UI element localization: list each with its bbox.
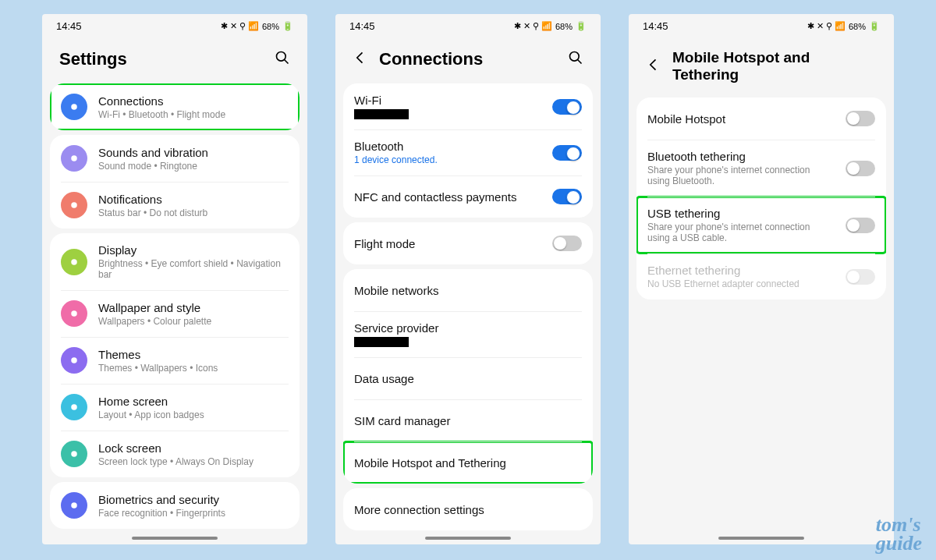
redacted-text xyxy=(354,109,409,119)
item-title: Service provider xyxy=(354,321,582,335)
connection-item-data-usage[interactable]: Data usage xyxy=(343,357,593,399)
category-icon xyxy=(61,192,87,218)
svg-point-9 xyxy=(71,451,77,457)
search-icon[interactable] xyxy=(568,50,583,69)
svg-point-0 xyxy=(277,52,286,62)
phone-settings: 14:45 ✱ ✕ ⚲ 📶 68%🔋 Settings ConnectionsW… xyxy=(42,14,307,544)
status-icons: ✱ ✕ ⚲ 📶 68%🔋 xyxy=(807,21,880,31)
home-indicator[interactable] xyxy=(425,537,511,540)
settings-item-wallpaper-and-style[interactable]: Wallpaper and styleWallpapers • Colour p… xyxy=(50,290,300,337)
svg-line-1 xyxy=(285,60,289,64)
connection-item-more-connection-settings[interactable]: More connection settings xyxy=(343,488,593,530)
item-title: Mobile networks xyxy=(354,284,582,297)
category-icon xyxy=(61,145,87,172)
item-subtitle: Layout • App icon badges xyxy=(98,409,289,420)
status-bar: 14:45 ✱ ✕ ⚲ 📶 68%🔋 xyxy=(629,14,894,35)
item-title: Notifications xyxy=(98,193,289,206)
item-subtitle: Wallpapers • Colour palette xyxy=(98,316,289,327)
home-indicator[interactable] xyxy=(132,537,218,540)
toggle[interactable] xyxy=(552,189,582,204)
search-icon[interactable] xyxy=(275,50,290,69)
header: Settings xyxy=(42,35,307,79)
settings-item-lock-screen[interactable]: Lock screenScreen lock type • Always On … xyxy=(50,431,300,477)
toggle[interactable] xyxy=(846,218,875,233)
connection-item-flight-mode[interactable]: Flight mode xyxy=(343,222,593,264)
item-subtitle: Sound mode • Ringtone xyxy=(98,161,289,172)
settings-item-home-screen[interactable]: Home screenLayout • App icon badges xyxy=(50,384,300,431)
connections-list: Wi-FiBluetooth1 device connected.NFC and… xyxy=(335,79,601,535)
toggle[interactable] xyxy=(552,99,582,115)
connection-item-wi-fi[interactable]: Wi-Fi xyxy=(343,83,593,129)
header: Connections xyxy=(335,35,601,79)
home-indicator[interactable] xyxy=(718,537,804,540)
toggle xyxy=(846,269,875,285)
back-button[interactable] xyxy=(646,57,661,76)
item-subtitle: Status bar • Do not disturb xyxy=(98,207,289,218)
watermark: tom's guide xyxy=(876,516,922,552)
item-title: Home screen xyxy=(98,395,289,408)
connection-item-mobile-networks[interactable]: Mobile networks xyxy=(343,269,593,311)
item-title: NFC and contactless payments xyxy=(354,190,541,204)
page-title: Settings xyxy=(59,49,264,69)
svg-point-4 xyxy=(71,202,77,208)
back-button[interactable] xyxy=(353,50,368,69)
tethering-item-bluetooth-tethering[interactable]: Bluetooth tetheringShare your phone's in… xyxy=(636,140,886,197)
category-icon xyxy=(61,492,87,519)
category-icon xyxy=(61,347,87,374)
redacted-text xyxy=(354,337,409,347)
status-icons: ✱ ✕ ⚲ 📶 68%🔋 xyxy=(514,21,587,31)
settings-item-notifications[interactable]: NotificationsStatus bar • Do not disturb xyxy=(50,182,300,229)
status-icons: ✱ ✕ ⚲ 📶 68%🔋 xyxy=(221,21,293,31)
header: Mobile Hotspot and Tethering xyxy=(629,35,894,93)
connection-item-service-provider[interactable]: Service provider xyxy=(343,311,593,357)
item-subtitle: Screen lock type • Always On Display xyxy=(98,456,289,467)
svg-point-3 xyxy=(71,155,77,161)
item-title: Sounds and vibration xyxy=(98,146,289,159)
category-icon xyxy=(61,441,87,467)
connection-item-nfc-and-contactless-payments[interactable]: NFC and contactless payments xyxy=(343,175,593,218)
connection-item-bluetooth[interactable]: Bluetooth1 device connected. xyxy=(343,129,593,175)
connection-item-mobile-hotspot-and-tethering[interactable]: Mobile Hotspot and Tethering xyxy=(343,441,593,484)
svg-point-5 xyxy=(71,259,77,265)
settings-item-display[interactable]: DisplayBrightness • Eye comfort shield •… xyxy=(50,233,300,290)
category-icon xyxy=(61,94,87,120)
item-title: SIM card manager xyxy=(354,414,582,427)
category-icon xyxy=(61,300,87,327)
connection-item-sim-card-manager[interactable]: SIM card manager xyxy=(343,399,593,441)
page-title: Mobile Hotspot and Tethering xyxy=(672,49,877,83)
tethering-list: Mobile HotspotBluetooth tetheringShare y… xyxy=(636,97,886,299)
status-bar: 14:45 ✱ ✕ ⚲ 📶 68%🔋 xyxy=(335,14,601,35)
settings-list: ConnectionsWi-Fi • Bluetooth • Flight mo… xyxy=(42,79,307,533)
phone-connections: 14:45 ✱ ✕ ⚲ 📶 68%🔋 Connections Wi-FiBlue… xyxy=(335,14,601,544)
toggle[interactable] xyxy=(846,161,875,176)
item-title: Data usage xyxy=(354,372,582,385)
item-title: Wi-Fi xyxy=(354,94,541,107)
settings-item-connections[interactable]: ConnectionsWi-Fi • Bluetooth • Flight mo… xyxy=(50,83,300,130)
item-title: Mobile Hotspot xyxy=(647,112,835,126)
svg-point-11 xyxy=(570,52,580,62)
settings-item-sounds-and-vibration[interactable]: Sounds and vibrationSound mode • Rington… xyxy=(50,135,300,182)
item-subtitle: Face recognition • Fingerprints xyxy=(98,508,289,519)
clock: 14:45 xyxy=(643,20,668,32)
settings-item-themes[interactable]: ThemesThemes • Wallpapers • Icons xyxy=(50,337,300,384)
clock: 14:45 xyxy=(349,20,375,32)
svg-point-8 xyxy=(71,404,77,410)
page-title: Connections xyxy=(379,49,557,69)
item-subtitle: No USB Ethernet adapter connected xyxy=(647,278,835,289)
item-title: Biometrics and security xyxy=(98,493,289,506)
tethering-item-usb-tethering[interactable]: USB tetheringShare your phone's internet… xyxy=(636,197,886,253)
item-title: Connections xyxy=(98,94,289,108)
item-subtitle: 1 device connected. xyxy=(354,154,541,165)
item-subtitle: Share your phone's internet connection u… xyxy=(647,165,835,186)
item-title: Ethernet tethering xyxy=(647,264,835,277)
category-icon xyxy=(61,249,87,275)
toggle[interactable] xyxy=(846,111,875,126)
tethering-item-mobile-hotspot[interactable]: Mobile Hotspot xyxy=(636,97,886,140)
category-icon xyxy=(61,394,87,420)
item-title: Wallpaper and style xyxy=(98,301,289,314)
svg-point-7 xyxy=(71,357,77,363)
settings-item-biometrics-and-security[interactable]: Biometrics and securityFace recognition … xyxy=(50,482,300,529)
toggle[interactable] xyxy=(552,145,582,161)
item-subtitle: Wi-Fi • Bluetooth • Flight mode xyxy=(98,109,289,120)
toggle[interactable] xyxy=(552,236,582,251)
